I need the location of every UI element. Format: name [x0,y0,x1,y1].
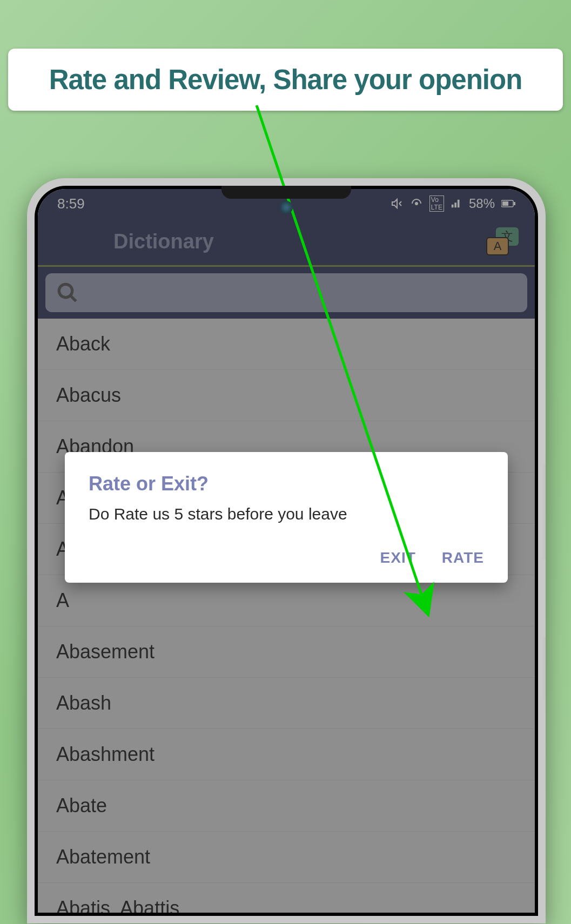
rate-dialog: Rate or Exit? Do Rate us 5 stars before … [65,452,508,583]
phone-camera [280,201,293,214]
phone-side-button-2 [543,637,546,699]
phone-notch [221,186,351,199]
dialog-message: Do Rate us 5 stars before you leave [89,505,484,523]
phone-frame: 8:59 VoLTE 58% Dictionary 文 A [27,178,546,923]
phone-side-button [543,464,546,559]
exit-button[interactable]: EXIT [380,549,416,566]
phone-screen: 8:59 VoLTE 58% Dictionary 文 A [38,189,535,913]
promo-banner: Rate and Review, Share your openion [8,49,563,111]
banner-text: Rate and Review, Share your openion [19,64,552,96]
dialog-actions: EXIT RATE [89,549,484,566]
rate-button[interactable]: RATE [442,549,484,566]
dialog-title: Rate or Exit? [89,473,484,495]
